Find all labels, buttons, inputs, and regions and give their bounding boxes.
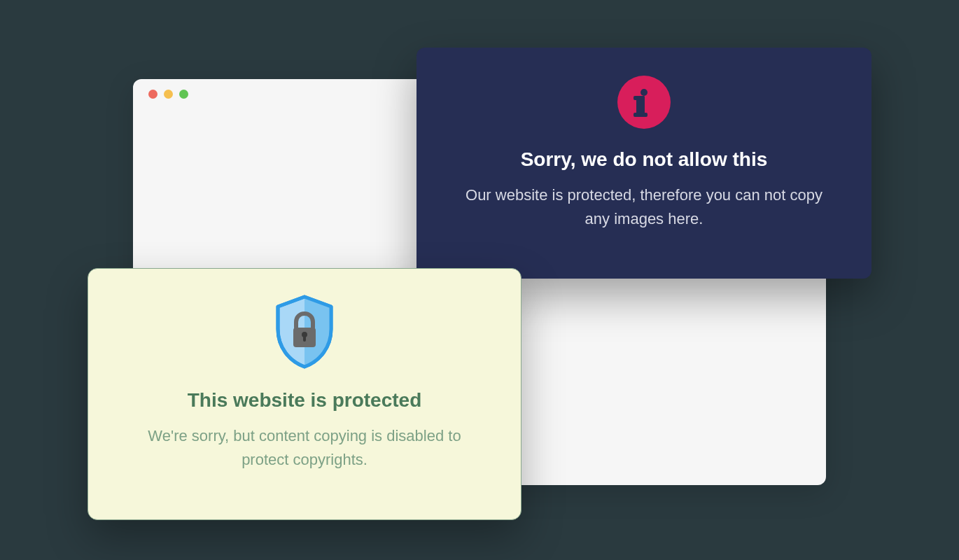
- alert-title: This website is protected: [188, 389, 422, 412]
- minimize-window-button[interactable]: [164, 90, 173, 99]
- maximize-window-button[interactable]: [179, 90, 188, 99]
- svg-rect-2: [303, 335, 306, 342]
- alert-message: Our website is protected, therefore you …: [455, 183, 833, 231]
- protection-alert-dark: Sorry, we do not allow this Our website …: [416, 48, 872, 279]
- protection-alert-light: This website is protected We're sorry, b…: [88, 268, 522, 520]
- alert-title: Sorry, we do not allow this: [521, 148, 768, 171]
- shield-lock-icon: [271, 294, 338, 372]
- close-window-button[interactable]: [148, 90, 158, 99]
- info-icon: [617, 76, 671, 129]
- alert-message: We're sorry, but content copying is disa…: [130, 424, 479, 472]
